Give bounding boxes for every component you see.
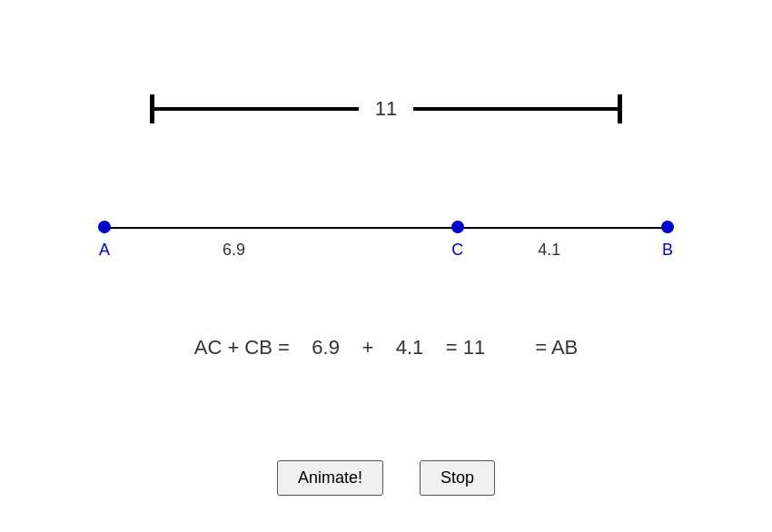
eq-plus: +: [361, 336, 373, 359]
stop-button[interactable]: Stop: [420, 460, 495, 496]
point-b-label: B: [662, 241, 673, 260]
ruler-right-vbar: [618, 94, 622, 123]
ruler-right: [413, 91, 622, 127]
eq-equals2: = AB: [535, 336, 578, 359]
equation: AC + CB = 6.9 + 4.1 = 11 = AB: [0, 336, 772, 360]
cb-label: 4.1: [538, 241, 560, 260]
line-ab: A 6.9 C 4.1 B: [0, 209, 772, 263]
ruler-left-hline: [150, 107, 359, 111]
line-container: A 6.9 C 4.1 B: [104, 209, 668, 263]
ac-label: 6.9: [223, 241, 245, 260]
point-b-dot: [661, 221, 674, 233]
point-a-dot: [98, 221, 111, 233]
point-c-label: C: [451, 241, 463, 260]
eq-cb: 4.1: [396, 336, 424, 359]
point-c-dot: [451, 221, 464, 233]
main-line: [104, 227, 668, 229]
animate-button[interactable]: Animate!: [277, 460, 383, 496]
point-a-label: A: [99, 241, 110, 260]
buttons-container: Animate! Stop: [0, 460, 772, 496]
ruler-left: [150, 91, 359, 127]
eq-equals1: = 11: [446, 336, 485, 359]
ruler-number: 11: [375, 97, 397, 121]
eq-ac: 6.9: [312, 336, 340, 359]
eq-part1: AC + CB =: [194, 336, 290, 359]
ruler-right-hline: [413, 107, 622, 111]
top-ruler: 11: [0, 91, 772, 127]
